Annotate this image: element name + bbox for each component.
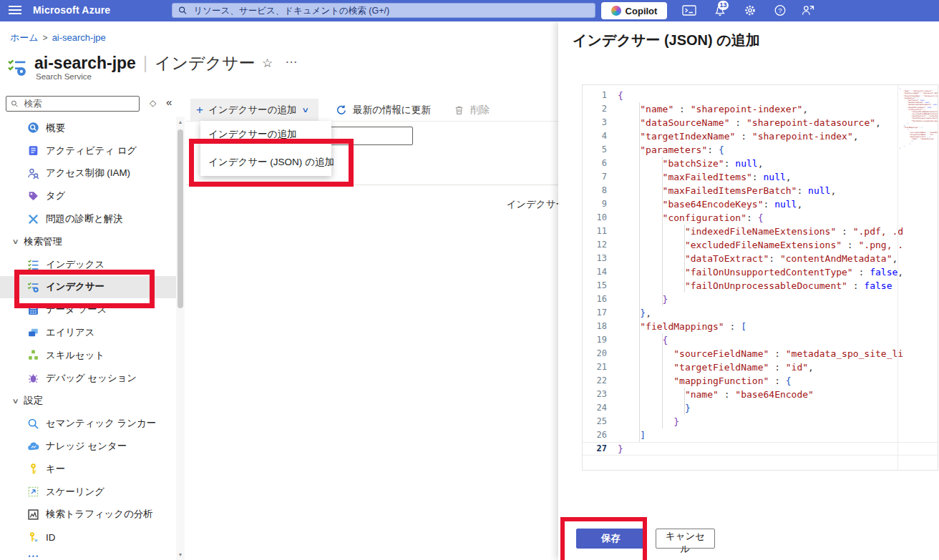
sidebar-item-diagnose-and-solve[interactable]: 問題の診断と解決 bbox=[0, 207, 177, 230]
save-button[interactable]: 保存 bbox=[576, 529, 646, 549]
code-line: 7"maxFailedItems": null, bbox=[583, 170, 938, 184]
title-separator: | bbox=[143, 54, 147, 72]
overview-icon bbox=[27, 122, 39, 134]
more-options-icon[interactable]: … bbox=[285, 51, 298, 67]
line-number: 17 bbox=[583, 306, 607, 320]
sidebar-label: 問題の診断と解決 bbox=[46, 212, 123, 225]
sidebar-item-data-sources[interactable]: データ ソース bbox=[0, 298, 177, 321]
sidebar-label: ID bbox=[46, 532, 55, 543]
code-line: 4"targetIndexName" : "sharepoint-index", bbox=[583, 129, 938, 143]
chevron-down-icon: ∨ bbox=[12, 397, 19, 405]
refresh-button[interactable]: 最新の情報に更新 bbox=[331, 99, 435, 121]
menu-item-add-indexer[interactable]: インデクサーの追加 bbox=[200, 121, 331, 149]
sidebar-group-search-management[interactable]: ∨検索管理 bbox=[0, 230, 177, 253]
svg-text:?: ? bbox=[778, 6, 782, 14]
line-number: 11 bbox=[583, 225, 607, 238]
sidebar-pin-icon[interactable]: ◇ bbox=[150, 98, 156, 108]
line-number: 24 bbox=[583, 401, 607, 415]
code-line: 1{ bbox=[583, 89, 938, 102]
line-number: 7 bbox=[583, 170, 607, 184]
copilot-label: Copilot bbox=[626, 6, 658, 16]
sidebar-item-skillsets[interactable]: スキルセット bbox=[0, 344, 177, 367]
sidebar-item-overview[interactable]: 概要 bbox=[0, 117, 177, 139]
sidebar-item-search-traffic-analytics[interactable]: 検索トラフィックの分析 bbox=[0, 503, 177, 526]
list-header-divider bbox=[186, 185, 560, 185]
sidebar-item-identity[interactable]: ID bbox=[0, 526, 177, 549]
refresh-label: 最新の情報に更新 bbox=[353, 104, 431, 117]
sidebar-item-indexes[interactable]: インデックス bbox=[0, 253, 177, 276]
page-title: ai-search-jpe|インデクサー bbox=[34, 52, 256, 74]
sidebar-group-settings[interactable]: ∨設定 bbox=[0, 390, 177, 413]
code-line: 22 "mappingFunction" : { bbox=[583, 374, 938, 388]
sidebar-item-aliases[interactable]: エイリアス bbox=[0, 321, 177, 344]
help-icon[interactable]: ? bbox=[774, 4, 787, 16]
sidebar-item-keys[interactable]: キー bbox=[0, 458, 177, 481]
sidebar-item-knowledge-center[interactable]: ナレッジ センター bbox=[0, 435, 177, 458]
breadcrumb-home-link[interactable]: ホーム bbox=[10, 32, 39, 43]
skillset-icon bbox=[27, 349, 39, 361]
sidebar-label: エイリアス bbox=[46, 326, 95, 339]
breadcrumb: ホーム>ai-search-jpe bbox=[10, 31, 106, 44]
code-line: 14"failOnUnsupportedContentType" : false… bbox=[583, 265, 938, 279]
line-number: 12 bbox=[583, 238, 607, 252]
azure-portal-screen: { "topbar": { "brand": "Microsoft Azure"… bbox=[0, 0, 939, 560]
delete-button-disabled[interactable]: 削除 bbox=[449, 99, 494, 121]
tag-icon bbox=[27, 190, 39, 202]
cloud-shell-icon[interactable] bbox=[682, 4, 696, 16]
favorite-star-icon[interactable]: ☆ bbox=[262, 56, 273, 71]
code-line: 21 "targetFieldName" : "id", bbox=[583, 360, 938, 374]
sidebar-collapse-icon[interactable]: « bbox=[166, 96, 172, 108]
sidebar-item-scaling[interactable]: スケーリング bbox=[0, 481, 177, 503]
sidebar-item-activity-log[interactable]: アクティビティ ログ bbox=[0, 139, 177, 162]
code-line: 2"name" : "sharepoint-indexer", bbox=[583, 102, 938, 116]
sidebar-scrollbar[interactable]: ▲ ▼ bbox=[176, 117, 185, 560]
line-number: 14 bbox=[583, 265, 607, 279]
copilot-button[interactable]: Copilot bbox=[601, 2, 667, 19]
debug-icon bbox=[27, 372, 39, 384]
scrollbar-thumb[interactable] bbox=[177, 129, 183, 308]
sidebar-item-tags[interactable]: タグ bbox=[0, 185, 177, 207]
add-indexer-button[interactable]: + インデクサーの追加 ∨ bbox=[190, 99, 318, 121]
sidebar-label: 概要 bbox=[46, 122, 65, 134]
sidebar-item-semantic-ranker[interactable]: セマンティック ランカー bbox=[0, 412, 177, 435]
dots-icon bbox=[27, 554, 39, 560]
sidebar-label: 検索管理 bbox=[24, 235, 62, 248]
search-service-icon bbox=[7, 57, 27, 77]
copilot-logo-icon bbox=[611, 6, 621, 16]
global-search-input[interactable] bbox=[192, 5, 589, 16]
json-code-editor[interactable]: 1{2"name" : "sharepoint-indexer",3"dataS… bbox=[582, 84, 938, 471]
sidebar-label: インデックス bbox=[46, 258, 104, 271]
breadcrumb-current-link[interactable]: ai-search-jpe bbox=[52, 32, 106, 43]
scroll-up-icon[interactable]: ▲ bbox=[176, 119, 185, 124]
breadcrumb-separator: > bbox=[43, 33, 48, 43]
brand-title[interactable]: Microsoft Azure bbox=[33, 4, 110, 16]
sidebar-label: スキルセット bbox=[46, 349, 104, 362]
sidebar-label: タグ bbox=[46, 190, 65, 202]
hamburger-menu-icon[interactable] bbox=[9, 6, 21, 16]
sidebar-search-input[interactable] bbox=[23, 98, 135, 109]
line-number: 21 bbox=[583, 360, 607, 374]
sidebar-item-indexers[interactable]: インデクサー bbox=[0, 276, 177, 299]
chevron-down-icon: ∨ bbox=[12, 237, 19, 245]
settings-gear-icon[interactable] bbox=[744, 4, 756, 16]
line-number: 26 bbox=[583, 428, 607, 442]
line-number: 23 bbox=[583, 388, 607, 401]
global-search-box[interactable] bbox=[172, 3, 595, 18]
page-subtitle: Search Service bbox=[36, 72, 92, 81]
sidebar-item-debug-sessions[interactable]: デバッグ セッション bbox=[0, 367, 177, 390]
code-line: 20 "sourceFieldName" : "metadata_spo_sit… bbox=[583, 347, 938, 360]
line-number: 22 bbox=[583, 374, 607, 388]
activity-log-icon bbox=[27, 144, 39, 157]
sidebar-search-box[interactable] bbox=[6, 96, 140, 112]
scroll-down-icon[interactable]: ▼ bbox=[176, 552, 185, 557]
sidebar-item-partial-bottom-item[interactable] bbox=[0, 549, 177, 560]
add-indexer-dropdown-menu: インデクサーの追加インデクサー (JSON) の追加 bbox=[200, 121, 331, 176]
code-line: 18"fieldMappings" : [ bbox=[583, 320, 938, 333]
cancel-button[interactable]: キャンセル bbox=[656, 529, 715, 549]
menu-item-add-indexer-json[interactable]: インデクサー (JSON) の追加 bbox=[200, 149, 331, 177]
feedback-icon[interactable] bbox=[801, 4, 815, 16]
line-number: 18 bbox=[583, 320, 607, 333]
editor-minimap[interactable]: {"name" : "sharepoint-indexer","dataSour… bbox=[900, 88, 938, 149]
sidebar-item-access-control-iam[interactable]: アクセス制御 (IAM) bbox=[0, 162, 177, 185]
knowledge-icon bbox=[27, 441, 39, 453]
